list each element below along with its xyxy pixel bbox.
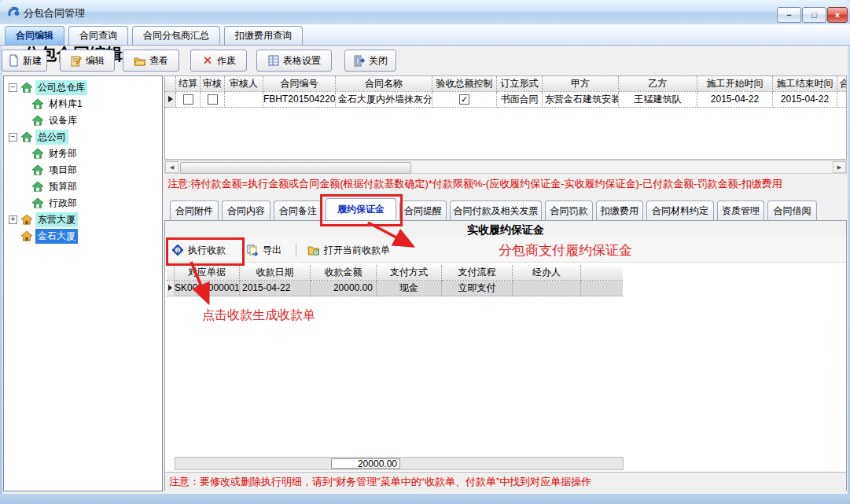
tree-node-admin-dept[interactable]: 行政部 [4, 195, 162, 212]
edit-icon [70, 54, 83, 67]
tree-node-project-dept[interactable]: 项目部 [4, 162, 162, 178]
exit-door-icon [353, 54, 366, 67]
window-bottom-frame [0, 494, 850, 504]
tab-material-agreement[interactable]: 合同材料约定 [646, 200, 714, 220]
col-acceptance-control[interactable]: 验收总额控制 [432, 76, 497, 92]
tab-payments-invoices[interactable]: 合同付款及相关发票 [450, 200, 542, 220]
deposit-row[interactable]: SK0080000001 2015-04-22 20000.00 现金 立即支付 [167, 281, 623, 296]
tree-node-equipment-store[interactable]: 设备库 [4, 112, 162, 129]
cell-end-date: 2015-04-22 [773, 92, 837, 108]
cell-party-a: 东营金石建筑安装 [543, 92, 619, 108]
audit-checkbox[interactable] [208, 94, 218, 105]
open-current-receipt-button[interactable]: 打开当前收款单 [307, 244, 390, 257]
tab-contract-edit[interactable]: 合同编辑 [5, 26, 64, 45]
house-icon [32, 182, 43, 192]
open-folder-icon [134, 54, 146, 67]
tab-contract-reminder[interactable]: 合同提醒 [399, 200, 447, 220]
tree-node-finance-dept[interactable]: 财务部 [4, 145, 162, 162]
col-pay-flow[interactable]: 支付流程 [442, 265, 513, 281]
cell-pay-method: 现金 [377, 281, 442, 296]
app-window: 分包合同管理 − □ × 合同编辑 合同查询 合同分包商汇总 扣缴费用查询 分包… [0, 0, 850, 504]
tab-contract-borrowing[interactable]: 合同借阅 [767, 200, 817, 220]
tree-node-material-store[interactable]: 材料库1 [4, 96, 162, 112]
col-contract-no[interactable]: 合同编号 [263, 76, 336, 92]
cell-form: 书面合同 [497, 92, 543, 108]
house-icon [21, 215, 32, 225]
tab-withholding-query[interactable]: 扣缴费用查询 [224, 26, 303, 45]
contract-row[interactable]: FBHT2015042201 金石大厦内外墙抹灰分 书面合同 东营金石建筑安装 … [165, 92, 846, 108]
col-receipt-amount[interactable]: 收款金额 [311, 265, 377, 281]
col-receipt-date[interactable]: 收款日期 [240, 265, 311, 281]
tab-contract-attachments[interactable]: 合同附件 [170, 200, 219, 220]
tab-contract-content[interactable]: 合同内容 [222, 200, 270, 220]
collapse-icon[interactable]: − [9, 83, 17, 92]
settle-checkbox[interactable] [183, 94, 193, 105]
cell-contract-no: FBHT2015042201 [263, 92, 336, 108]
col-settle[interactable]: 结算 [176, 76, 201, 92]
edit-button[interactable]: 编辑 [60, 50, 115, 72]
col-end-date[interactable]: 施工结束时间 [773, 76, 837, 92]
col-handler[interactable]: 经办人 [513, 265, 581, 281]
view-button[interactable]: 查看 [123, 50, 179, 72]
scroll-left-arrow[interactable]: ◀ [165, 161, 178, 173]
maximize-button[interactable]: □ [802, 7, 826, 23]
toolbar-separator [296, 243, 296, 257]
col-form[interactable]: 订立形式 [497, 76, 543, 92]
minimize-button[interactable]: − [777, 7, 801, 23]
new-button[interactable]: 新建 [2, 50, 47, 72]
scrollbar-thumb[interactable] [180, 162, 411, 174]
tree-node-head-office[interactable]: − 总公司 [4, 129, 162, 145]
org-tree: − 公司总仓库 材料库1 设备库 − 总公司 财务部 项目部 预算部 [3, 75, 163, 491]
contracts-grid: 结算 审核 审核人 合同编号 合同名称 验收总额控制 订立形式 甲方 乙方 施工… [164, 75, 847, 160]
expand-icon[interactable]: + [9, 215, 17, 224]
close-module-button[interactable]: 关闭 [344, 50, 396, 72]
collapse-icon[interactable]: − [9, 133, 17, 142]
table-settings-button[interactable]: 表格设置 [256, 50, 332, 72]
house-icon [32, 116, 43, 126]
col-start-date[interactable]: 施工开始时间 [697, 76, 773, 92]
tab-performance-deposit[interactable]: 履约保证金 [326, 198, 396, 220]
cell-pay-flow: 立即支付 [442, 281, 513, 296]
col-contract-name[interactable]: 合同名称 [336, 76, 432, 92]
col-clipped[interactable]: 合 [837, 76, 846, 92]
col-doc-no[interactable]: 对应单据 [175, 265, 240, 281]
row-marker [167, 281, 175, 296]
cell-receipt-amount: 20000.00 [311, 281, 377, 296]
tree-node-dongying-building[interactable]: + 东营大厦 [4, 212, 162, 228]
tree-node-company-warehouse[interactable]: − 公司总仓库 [4, 79, 162, 96]
tab-contract-penalty[interactable]: 合同罚款 [545, 200, 593, 220]
tree-node-jinshi-building[interactable]: 金石大厦 [4, 228, 162, 245]
cell-start-date: 2015-04-22 [697, 92, 773, 108]
cell-receipt-date: 2015-04-22 [240, 281, 311, 296]
deposit-panel: 实收履约保证金 1 执行收款 导出 打开当前收款单 分包商 [164, 220, 847, 491]
row-marker-header [165, 76, 176, 92]
col-pay-method[interactable]: 支付方式 [377, 265, 442, 281]
tab-subcontractor-summary[interactable]: 合同分包商汇总 [132, 26, 220, 45]
col-audit[interactable]: 审核 [201, 76, 225, 92]
tab-contract-remarks[interactable]: 合同备注 [274, 200, 322, 220]
acceptance-checkbox[interactable] [459, 94, 469, 105]
table-settings-icon [267, 54, 280, 67]
house-icon [21, 83, 32, 93]
amount-total: 20000.00 [331, 458, 400, 469]
house-icon [21, 132, 32, 142]
tab-withholding-fees[interactable]: 扣缴费用 [596, 200, 643, 220]
col-party-b[interactable]: 乙方 [619, 76, 697, 92]
contracts-grid-header: 结算 审核 审核人 合同编号 合同名称 验收总额控制 订立形式 甲方 乙方 施工… [165, 76, 846, 92]
execute-receipt-button[interactable]: 1 执行收款 [171, 244, 226, 257]
red-x-icon: ✕ [201, 54, 214, 67]
title-bar: 分包合同管理 − □ × [0, 0, 850, 25]
col-party-a[interactable]: 甲方 [543, 76, 619, 92]
tab-contract-query[interactable]: 合同查询 [68, 26, 128, 45]
row-marker [165, 92, 176, 108]
export-button[interactable]: 导出 [246, 244, 281, 257]
tree-node-budget-dept[interactable]: 预算部 [4, 178, 162, 195]
scroll-right-arrow[interactable]: ▶ [833, 161, 846, 173]
cell-contract-name: 金石大厦内外墙抹灰分 [336, 92, 432, 108]
void-button[interactable]: ✕ 作废 [190, 50, 247, 72]
close-window-button[interactable]: × [827, 7, 848, 23]
horizontal-scrollbar[interactable]: ◀ ▶ [164, 160, 847, 174]
col-auditor[interactable]: 审核人 [225, 76, 263, 92]
tab-qualification-mgmt[interactable]: 资质管理 [717, 200, 764, 220]
window-title: 分包合同管理 [24, 6, 85, 20]
